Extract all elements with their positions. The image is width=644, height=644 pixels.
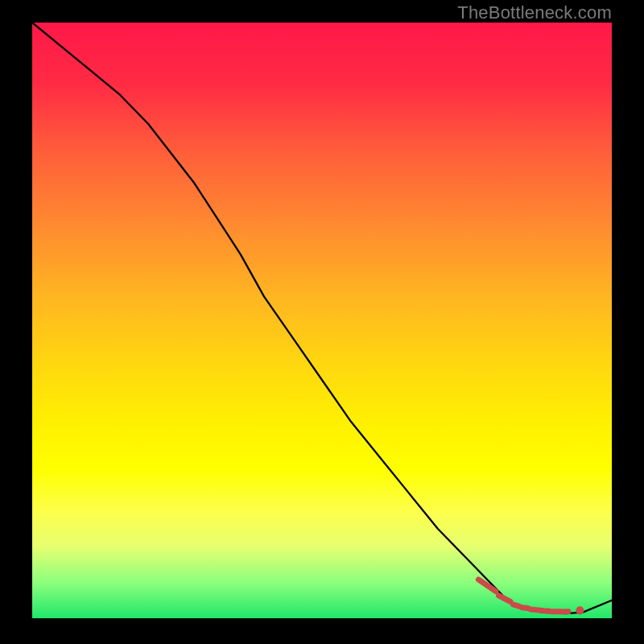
dash-3 (514, 605, 519, 606)
chart-overlay (32, 23, 612, 618)
chart-line (32, 23, 612, 613)
dash-5 (530, 609, 542, 610)
chart-markers (478, 580, 584, 615)
chart-frame: TheBottleneck.com (0, 0, 644, 644)
dash-4 (522, 608, 527, 609)
dot-end (576, 606, 584, 614)
watermark-text: TheBottleneck.com (457, 2, 612, 23)
dash-2 (499, 596, 510, 601)
